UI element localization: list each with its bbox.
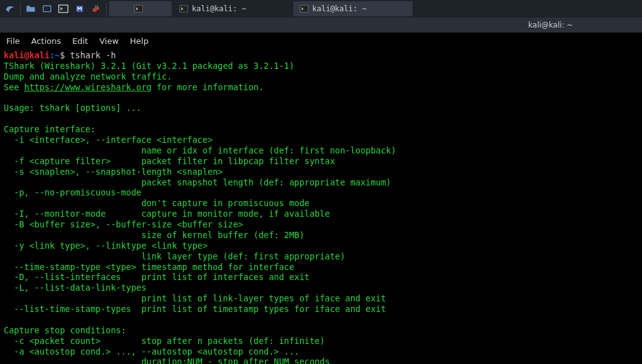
output-line: Capture interface: [4, 124, 95, 134]
taskbar: kali@kali: ~ kali@kali: ~ [0, 0, 642, 18]
prompt-at: @ [24, 50, 29, 60]
output-line: See [4, 82, 24, 92]
kali-dragon-icon[interactable] [3, 1, 18, 16]
svg-point-5 [96, 7, 99, 10]
svg-rect-2 [59, 5, 68, 13]
prompt-path: :~ [50, 50, 60, 60]
output-line: duration:NUM - stop after NUM seconds [4, 356, 330, 364]
window-title-bar[interactable]: kali@kali: ~ [0, 18, 642, 33]
menu-actions[interactable]: Actions [31, 36, 61, 46]
menu-bar: File Actions Edit View Help [0, 33, 642, 49]
task-button-terminal-2[interactable]: kali@kali: ~ [293, 1, 413, 16]
task-label: kali@kali: ~ [192, 4, 246, 13]
output-line: Capture stop conditions: [4, 325, 126, 335]
output-line: link layer type (def: first appropriate) [4, 251, 345, 261]
cherrytree-icon[interactable] [88, 1, 103, 16]
output-line: -i <interface>, --interface <interface> [4, 135, 213, 145]
output-line: -I, --monitor-mode capture in monitor mo… [4, 209, 330, 219]
task-button-terminal-active[interactable] [109, 1, 172, 16]
output-line: -s <snaplen>, --snapshot-length <snaplen… [4, 167, 223, 177]
terminal-output[interactable]: kali@kali:~$ tshark -h TShark (Wireshark… [0, 49, 642, 364]
prompt-host: kali [29, 50, 50, 60]
terminal-task-icon [134, 4, 143, 13]
output-line: TShark (Wireshark) 3.2.1 (Git v3.2.1 pac… [4, 61, 294, 71]
output-line: -D, --list-interfaces print list of inte… [4, 272, 310, 282]
output-line: -c <packet count> stop after n packets (… [4, 336, 325, 346]
output-line: --time-stamp-type <type> timestamp metho… [4, 262, 294, 272]
svg-rect-7 [180, 6, 188, 13]
file-manager-icon[interactable] [39, 1, 55, 16]
output-line: -f <capture filter> packet filter in lib… [4, 156, 335, 166]
folder-icon[interactable] [23, 1, 38, 16]
window-title: kali@kali: ~ [529, 21, 573, 29]
command-text: tshark -h [70, 50, 116, 60]
terminal-task-icon [300, 4, 308, 13]
output-line: Usage: tshark [options] ... [4, 103, 141, 113]
svg-rect-6 [135, 6, 143, 13]
output-link: https://www.wireshark.org [24, 82, 152, 92]
prompt-user: kali [4, 50, 24, 60]
separator-icon [106, 3, 107, 15]
output-line: -y <link type>, --linktype <link type> [4, 241, 208, 251]
output-line: for more information. [152, 82, 264, 92]
separator-icon [20, 3, 21, 15]
terminal-task-icon [179, 4, 188, 13]
output-line: don't capture in promiscuous mode [4, 198, 310, 208]
output-line: -a <autostop cond.> ..., --autostop <aut… [4, 346, 299, 356]
output-line: -p, --no-promiscuous-mode [4, 187, 141, 197]
output-line: -B <buffer size>, --buffer-size <buffer … [4, 219, 243, 229]
task-button-terminal-1[interactable]: kali@kali: ~ [173, 1, 292, 16]
output-line: Dump and analyze network traffic. [4, 71, 172, 81]
menu-file[interactable]: File [6, 36, 20, 46]
output-line: --list-time-stamp-types print list of ti… [4, 304, 386, 314]
output-line: packet snapshot length (def: appropriate… [4, 177, 391, 187]
menu-view[interactable]: View [99, 36, 118, 46]
output-line: name or idx of interface (def: first non… [4, 145, 396, 155]
output-line: size of kernel buffer (def: 2MB) [4, 230, 305, 240]
menu-edit[interactable]: Edit [72, 36, 88, 46]
svg-rect-1 [44, 6, 51, 11]
svg-rect-8 [300, 6, 308, 13]
prompt-symbol: $ [60, 50, 70, 60]
task-label: kali@kali: ~ [312, 4, 367, 13]
menu-help[interactable]: Help [130, 36, 149, 46]
terminal-panel-icon[interactable] [56, 1, 71, 16]
output-line: print list of link-layer types of iface … [4, 293, 386, 303]
output-line: -L, --list-data-link-types [4, 283, 147, 293]
metasploit-icon[interactable] [72, 1, 87, 16]
